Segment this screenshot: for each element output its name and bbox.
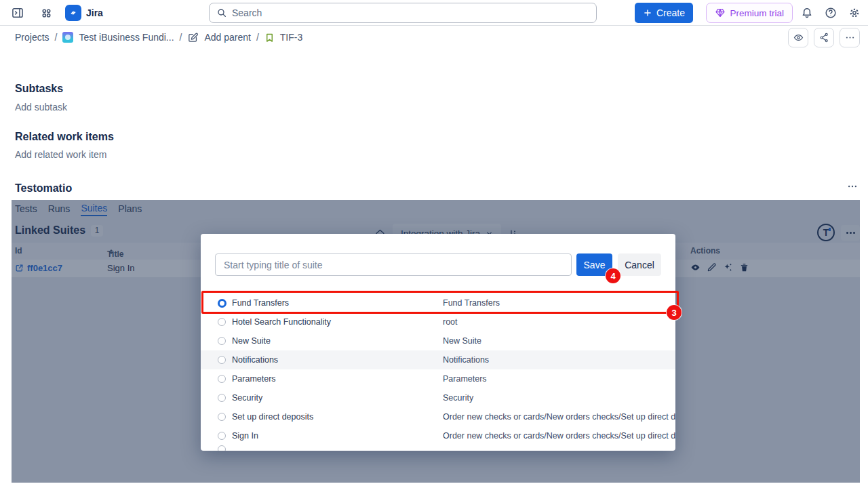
suite-option-label: Security	[232, 393, 262, 403]
radio-icon[interactable]	[218, 318, 226, 326]
suite-option-direct-deposits[interactable]: Set up direct deposits Order new checks …	[201, 407, 675, 426]
suite-option-notifications[interactable]: Notifications Notifications	[201, 350, 675, 369]
radio-icon[interactable]	[218, 356, 226, 364]
premium-trial-label: Premium trial	[730, 8, 784, 18]
suite-title-input[interactable]	[215, 253, 572, 276]
suite-option-path: root	[443, 317, 458, 327]
suite-option-path: Parameters	[443, 374, 487, 384]
radio-icon[interactable]	[218, 432, 226, 440]
suite-option-label: Hotel Search Functionality	[232, 317, 331, 327]
suite-option-parameters[interactable]: Parameters Parameters	[201, 369, 675, 388]
breadcrumb: Projects / Test iBusiness Fundi... / Add…	[15, 32, 302, 43]
related-work-items-title: Related work items	[15, 131, 114, 143]
suite-option-label: Notifications	[232, 355, 278, 365]
breadcrumb-separator: /	[180, 32, 182, 43]
testomatio-more-icon[interactable]	[846, 180, 859, 195]
global-search[interactable]	[209, 3, 597, 23]
suite-option-path: Order new checks or cards/New orders che…	[443, 431, 675, 441]
annotation-badge-4: 4	[606, 268, 620, 283]
suite-option-path: Fund Transfers	[443, 298, 500, 308]
add-related-work-item-link[interactable]: Add related work item	[15, 149, 106, 160]
breadcrumb-row: Projects / Test iBusiness Fundi... / Add…	[0, 26, 868, 49]
radio-icon[interactable]	[218, 375, 226, 383]
radio-selected-icon[interactable]	[218, 299, 226, 308]
search-icon	[216, 7, 227, 18]
search-input[interactable]	[232, 7, 589, 18]
jira-brand[interactable]: Jira	[65, 5, 103, 21]
suite-option-path: Security	[443, 393, 473, 403]
suite-option-fund-transfers[interactable]: Fund Transfers Fund Transfers	[201, 293, 675, 312]
notifications-icon[interactable]	[797, 3, 816, 22]
app-switcher-icon[interactable]	[37, 3, 56, 22]
breadcrumb-separator: /	[256, 32, 259, 43]
cancel-button[interactable]: Cancel	[618, 253, 661, 276]
suite-option-label: Fund Transfers	[232, 298, 289, 308]
suite-option-label: Set up direct deposits	[232, 412, 313, 422]
testomatio-title: Testomatio	[15, 182, 72, 195]
annotation-badge-3: 3	[667, 305, 682, 320]
create-button[interactable]: Create	[635, 3, 693, 23]
add-subtask-link[interactable]: Add subtask	[15, 102, 67, 113]
radio-icon[interactable]	[218, 394, 226, 402]
premium-trial-button[interactable]: Premium trial	[706, 3, 793, 23]
expand-sidebar-icon[interactable]	[8, 3, 27, 22]
link-suite-modal: Save Cancel Fund Transfers Fund Transfer…	[201, 234, 675, 451]
edit-icon	[187, 32, 199, 43]
breadcrumb-projects[interactable]: Projects	[15, 32, 50, 43]
suite-option-label: Sign In	[232, 431, 258, 441]
more-actions-button[interactable]	[840, 28, 860, 47]
subtasks-title: Subtasks	[15, 83, 63, 95]
plus-icon	[643, 8, 652, 18]
suite-option-path: Order new checks or cards/New orders che…	[443, 412, 675, 422]
suite-options-list: Fund Transfers Fund Transfers Hotel Sear…	[201, 293, 675, 445]
jira-logo-icon	[65, 5, 81, 21]
suite-option-sign-in[interactable]: Sign In Order new checks or cards/New or…	[201, 426, 675, 445]
suite-option-label: Parameters	[232, 374, 276, 384]
bookmark-worktype-icon	[264, 33, 275, 43]
create-button-label: Create	[656, 7, 685, 18]
top-navigation-bar: Jira Create Premium trial	[0, 0, 868, 26]
jira-page: Jira Create Premium trial	[0, 0, 868, 488]
breadcrumb-add-parent[interactable]: Add parent	[204, 32, 251, 43]
suite-option-path: New Suite	[443, 336, 481, 346]
suite-option-new-suite[interactable]: New Suite New Suite	[201, 331, 675, 350]
project-avatar	[62, 32, 73, 43]
breadcrumb-project-name[interactable]: Test iBusiness Fundi...	[79, 32, 174, 43]
suite-option-label: New Suite	[232, 336, 271, 346]
gem-icon	[715, 7, 726, 18]
radio-icon[interactable]	[218, 413, 226, 421]
watch-button[interactable]	[788, 28, 808, 47]
suite-option-security[interactable]: Security Security	[201, 388, 675, 407]
suite-option-hotel-search[interactable]: Hotel Search Functionality root	[201, 312, 675, 331]
breadcrumb-issue-key[interactable]: TIF-3	[280, 32, 302, 43]
radio-icon[interactable]	[218, 337, 226, 345]
share-button[interactable]	[814, 28, 834, 47]
radio-icon-partial[interactable]	[218, 445, 226, 451]
settings-gear-icon[interactable]	[845, 3, 864, 22]
breadcrumb-separator: /	[55, 32, 58, 43]
app-title: Jira	[86, 7, 103, 18]
help-icon[interactable]	[821, 3, 840, 22]
suite-option-path: Notifications	[443, 355, 489, 365]
